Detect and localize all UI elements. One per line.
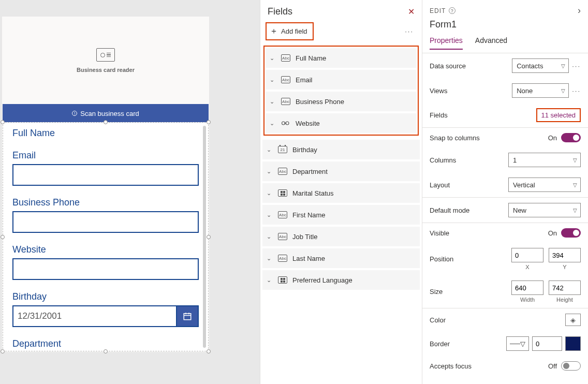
border-style-select[interactable]: ▽ (506, 336, 529, 351)
close-icon[interactable]: ✕ (408, 7, 415, 17)
field-name-label: Business Phone (296, 98, 344, 106)
more-icon[interactable]: ··· (572, 87, 581, 95)
text-field-icon: Abc (278, 233, 287, 240)
views-select[interactable]: None▽ (512, 83, 569, 98)
columns-select[interactable]: 1▽ (508, 153, 581, 167)
chevron-down-icon: ⌄ (270, 55, 276, 62)
field-name-label: First Name (292, 211, 326, 219)
field-list-item[interactable]: ⌄Marital Status (262, 183, 420, 203)
field-list-item[interactable]: ⌄AbcFirst Name (262, 205, 420, 225)
field-list-item[interactable]: ⌄21Birthday (262, 140, 420, 159)
fields-panel: Fields ✕ ＋ Add field ··· ⌄AbcFull Name⌄A… (260, 0, 422, 384)
tabs: Properties Advanced (430, 34, 581, 50)
field-name-label: Department (292, 168, 328, 175)
position-y-input[interactable] (549, 248, 581, 262)
chevron-down-icon: ⌄ (267, 212, 273, 218)
card-reader-label: Business card reader (77, 67, 135, 73)
form-field: Birthday (12, 291, 199, 327)
field-list-item[interactable]: ⌄AbcEmail (266, 70, 417, 90)
paint-bucket-icon: ◈ (570, 316, 576, 324)
chevron-down-icon: ⌄ (267, 168, 273, 175)
edit-fields-link[interactable]: 11 selected (536, 108, 581, 122)
data-source-select[interactable]: Contacts▽ (512, 58, 569, 73)
field-name-label: Last Name (292, 255, 325, 262)
scrollbar[interactable] (203, 126, 206, 348)
chevron-down-icon: ⌄ (270, 77, 276, 83)
field-list-item[interactable]: ⌄Website (266, 113, 417, 133)
color-picker-button[interactable]: ◈ (565, 314, 581, 326)
default-mode-select[interactable]: New▽ (508, 203, 581, 217)
text-field-icon: Abc (281, 98, 290, 105)
business-card-reader: Business card reader (3, 17, 209, 104)
size-label: Size (430, 288, 443, 296)
default-mode-label: Default mode (430, 206, 469, 214)
field-label: Website (12, 244, 199, 255)
form-canvas-selected[interactable]: Full NameEmailBusiness PhoneWebsiteBirth… (3, 122, 209, 351)
text-field-icon: Abc (278, 255, 287, 262)
size-height-input[interactable] (549, 280, 581, 295)
snap-toggle[interactable] (561, 133, 581, 142)
layout-select[interactable]: Vertical▽ (508, 178, 581, 192)
border-label: Border (430, 340, 450, 348)
tab-advanced[interactable]: Advanced (475, 34, 507, 50)
edit-label[interactable]: EDIT ? (430, 7, 455, 14)
highlighted-fields-group: ⌄AbcFull Name⌄AbcEmail⌄AbcBusiness Phone… (263, 46, 419, 136)
more-icon[interactable]: ··· (572, 62, 581, 70)
field-input[interactable] (12, 164, 199, 186)
layout-label: Layout (430, 181, 450, 189)
date-input[interactable] (12, 305, 177, 327)
field-list-item[interactable]: ⌄AbcDepartment (262, 161, 420, 181)
field-name-label: Email (296, 76, 313, 84)
field-list-item[interactable]: ⌄Preferred Language (262, 270, 420, 290)
fields-panel-title: Fields (268, 6, 292, 17)
border-width-input[interactable] (532, 336, 562, 351)
chevron-down-icon: ⌄ (270, 120, 276, 127)
text-field-icon: Abc (281, 54, 290, 62)
chevron-down-icon: ⌄ (270, 98, 276, 105)
text-field-icon: Abc (278, 168, 287, 175)
position-x-input[interactable] (511, 248, 543, 262)
form-field: Department (12, 338, 199, 349)
form-field: Website (12, 244, 199, 280)
canvas-area: Business card reader Scan business card … (0, 0, 260, 384)
tab-properties[interactable]: Properties (430, 34, 463, 50)
help-icon[interactable]: ? (449, 7, 455, 14)
form-name: Form1 (430, 19, 581, 30)
field-list-item[interactable]: ⌄AbcFull Name (266, 48, 417, 68)
device-frame: Business card reader Scan business card … (2, 17, 209, 352)
field-label: Email (12, 150, 199, 161)
snap-to-columns-label: Snap to columns (430, 134, 480, 142)
chevron-down-icon: ▽ (573, 208, 577, 213)
id-card-icon (96, 48, 115, 62)
field-label: Birthday (12, 291, 199, 302)
upload-arrow-icon (72, 111, 77, 116)
border-color-button[interactable] (565, 336, 581, 351)
field-input[interactable] (12, 258, 199, 280)
accepts-focus-toggle[interactable] (561, 361, 581, 371)
size-width-input[interactable] (511, 280, 543, 295)
field-list-item[interactable]: ⌄AbcLast Name (262, 248, 420, 268)
visible-label: Visible (430, 229, 449, 237)
add-field-button[interactable]: ＋ Add field (266, 22, 314, 40)
chevron-right-icon[interactable]: › (578, 5, 581, 16)
form-field: Full Name (12, 128, 199, 139)
chevron-down-icon: ⌄ (267, 277, 273, 284)
optionset-icon (278, 189, 287, 197)
calendar-icon: 21 (278, 146, 287, 153)
text-field-icon: Abc (281, 76, 290, 83)
field-list-item[interactable]: ⌄AbcJob Title (262, 227, 420, 246)
field-list-item[interactable]: ⌄AbcBusiness Phone (266, 92, 417, 111)
field-name-label: Birthday (292, 146, 317, 154)
chevron-down-icon: ⌄ (267, 255, 273, 262)
chevron-down-icon: ▽ (573, 182, 577, 188)
scan-label: Scan business card (80, 110, 139, 117)
date-picker-button[interactable] (177, 305, 199, 327)
more-options-button[interactable]: ··· (405, 27, 414, 35)
visible-toggle[interactable] (561, 228, 581, 238)
form-field: Email (12, 150, 199, 186)
field-input[interactable] (12, 211, 199, 233)
color-label: Color (430, 316, 446, 324)
link-icon (281, 120, 290, 127)
text-field-icon: Abc (278, 211, 287, 218)
field-name-label: Marital Status (292, 189, 333, 197)
